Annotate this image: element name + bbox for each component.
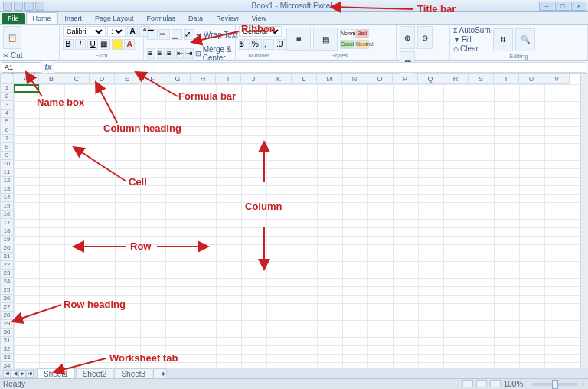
column-heading[interactable]: O — [368, 74, 393, 84]
row-heading[interactable]: 9 — [0, 152, 14, 160]
column-heading[interactable]: K — [266, 74, 292, 84]
tab-page-layout[interactable]: Page Layout — [89, 13, 140, 24]
tab-review[interactable]: Review — [210, 13, 245, 24]
sheet-nav-last-icon[interactable]: ⏭ — [26, 370, 34, 378]
merge-center-button[interactable]: ⊞ Merge & Center — [195, 45, 239, 62]
row-heading[interactable]: 25 — [0, 286, 14, 295]
align-right-icon[interactable]: ≡ — [166, 48, 175, 59]
paste-button[interactable]: 📋 — [3, 26, 21, 49]
italic-icon[interactable]: I — [75, 39, 86, 50]
row-heading[interactable]: 4 — [0, 110, 14, 118]
row-heading[interactable]: 11 — [0, 168, 14, 177]
name-box[interactable]: A1 — [2, 62, 41, 73]
row-heading[interactable]: 21 — [0, 253, 14, 261]
wrap-text-button[interactable]: ↩ Wrap Text — [196, 31, 238, 39]
fx-icon[interactable]: fx — [43, 63, 54, 71]
column-heading[interactable]: N — [342, 74, 368, 84]
cells-area[interactable] — [14, 84, 588, 386]
tab-home[interactable]: Home — [26, 12, 58, 24]
vertical-scrollbar[interactable] — [580, 74, 588, 375]
row-heading[interactable]: 20 — [0, 244, 14, 253]
clear-button[interactable]: ◇ Clear — [453, 44, 491, 53]
row-heading[interactable]: 33 — [0, 354, 14, 362]
row-heading[interactable]: 32 — [0, 345, 14, 354]
row-heading[interactable]: 29 — [0, 320, 14, 329]
column-heading[interactable]: J — [241, 74, 266, 84]
column-heading[interactable]: D — [90, 74, 115, 84]
sheet-tab-2[interactable]: Sheet2 — [76, 368, 114, 379]
redo-icon[interactable] — [35, 2, 44, 11]
sheet-nav-first-icon[interactable]: ⏮ — [3, 370, 11, 378]
font-size-select[interactable]: 11 — [107, 26, 126, 37]
font-name-select[interactable]: Calibri — [63, 26, 106, 37]
sheet-tab-3[interactable]: Sheet3 — [114, 368, 152, 379]
row-heading[interactable]: 26 — [0, 295, 14, 303]
column-heading[interactable]: L — [292, 74, 317, 84]
row-heading[interactable]: 2 — [0, 93, 14, 101]
row-heading[interactable]: 6 — [0, 126, 14, 135]
row-heading[interactable]: 18 — [0, 227, 14, 236]
align-left-icon[interactable]: ≡ — [147, 48, 155, 59]
formula-bar[interactable] — [54, 62, 586, 73]
style-normal[interactable]: Normal — [340, 29, 354, 38]
column-heading[interactable]: S — [469, 74, 494, 84]
orientation-icon[interactable]: ⤢ — [184, 29, 194, 40]
fill-button[interactable]: ▼ Fill — [453, 35, 491, 44]
indent-dec-icon[interactable]: ⇤ — [176, 48, 185, 59]
border-icon[interactable]: ▦ — [100, 39, 110, 50]
column-heading[interactable]: M — [317, 74, 342, 84]
row-heading[interactable]: 14 — [0, 194, 14, 202]
row-heading[interactable]: 28 — [0, 312, 14, 320]
row-heading[interactable]: 12 — [0, 177, 14, 185]
row-heading[interactable]: 24 — [0, 278, 14, 286]
undo-icon[interactable] — [24, 2, 34, 11]
column-heading[interactable]: T — [494, 74, 519, 84]
tab-formulas[interactable]: Formulas — [141, 13, 182, 24]
row-heading[interactable]: 13 — [0, 185, 14, 194]
tab-insert[interactable]: Insert — [59, 13, 89, 24]
row-heading[interactable]: 10 — [0, 160, 14, 168]
row-heading[interactable]: 23 — [0, 270, 14, 278]
row-heading[interactable]: 27 — [0, 303, 14, 312]
comma-icon[interactable]: , — [263, 39, 274, 50]
find-select-button[interactable]: 🔍 — [515, 28, 535, 51]
align-top-icon[interactable]: ▔ — [147, 29, 158, 40]
insert-cells-button[interactable]: ⊕ — [400, 26, 415, 49]
row-heading[interactable]: 15 — [0, 202, 14, 211]
tab-data[interactable]: Data — [182, 13, 209, 24]
fill-color-icon[interactable] — [112, 39, 122, 50]
zoom-out-icon[interactable]: − — [525, 380, 530, 388]
row-heading[interactable]: 5 — [0, 118, 14, 126]
autosum-button[interactable]: Σ AutoSum — [453, 26, 491, 34]
grow-font-icon[interactable]: A — [127, 26, 138, 37]
close-icon[interactable]: × — [571, 2, 586, 11]
maximize-icon[interactable]: □ — [555, 2, 570, 11]
column-heading[interactable]: E — [115, 74, 140, 84]
sheet-nav-prev-icon[interactable]: ◀ — [11, 370, 18, 378]
row-heading[interactable]: 8 — [0, 143, 14, 152]
tab-view[interactable]: View — [246, 13, 273, 24]
align-bottom-icon[interactable]: ▁ — [172, 29, 182, 40]
cut-button[interactable]: ✂ Cut — [3, 51, 56, 60]
new-sheet-icon[interactable]: ✦ — [153, 368, 167, 379]
bold-icon[interactable]: B — [63, 39, 74, 50]
row-heading[interactable]: 7 — [0, 135, 14, 143]
column-heading[interactable]: F — [140, 74, 165, 84]
sheet-tab-1[interactable]: Sheet1 — [37, 368, 75, 379]
column-heading[interactable]: Q — [418, 74, 443, 84]
view-normal-icon[interactable] — [462, 380, 473, 387]
font-color-icon[interactable]: A — [124, 39, 135, 50]
row-heading[interactable]: 22 — [0, 261, 14, 270]
align-middle-icon[interactable]: ━ — [159, 29, 170, 40]
percent-icon[interactable]: % — [251, 39, 262, 50]
column-heading[interactable]: V — [544, 74, 570, 84]
align-center-icon[interactable]: ≡ — [157, 48, 165, 59]
style-good[interactable]: Good — [340, 40, 354, 49]
format-as-table-button[interactable]: ▤ — [313, 28, 338, 51]
column-heading[interactable]: C — [64, 74, 90, 84]
row-heading[interactable]: 17 — [0, 219, 14, 227]
select-all-corner[interactable] — [0, 74, 14, 84]
column-heading[interactable]: A — [14, 74, 39, 84]
column-heading[interactable]: R — [443, 74, 469, 84]
delete-cells-button[interactable]: ⊖ — [417, 26, 433, 49]
